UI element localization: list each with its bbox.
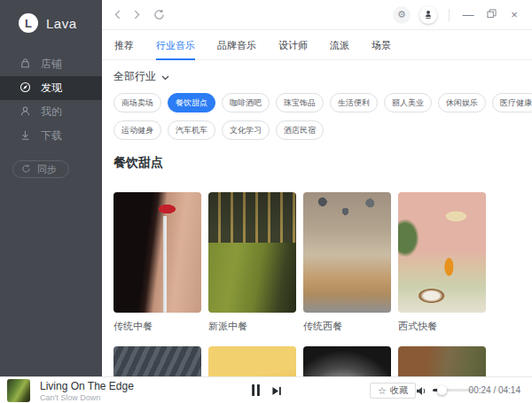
user-icon [20,105,31,120]
next-track-button[interactable] [271,385,282,399]
volume-slider[interactable] [433,389,473,391]
compass-icon [20,81,31,96]
card-image [208,192,296,313]
card-grid-row-1: 传统中餐 新派中餐 传统西餐 西式快餐 [113,192,532,333]
category-card-western-fastfood[interactable]: 西式快餐 [398,192,486,333]
track-title: Living On The Edge [40,380,134,392]
pause-icon [251,385,261,399]
sidebar: L Lava 店铺 发现 [0,0,102,376]
chip-beauty[interactable]: 丽人美业 [384,93,432,112]
card-label: 传统中餐 [113,320,201,333]
chip-auto[interactable]: 汽车机车 [168,120,215,140]
volume-button[interactable] [416,385,427,399]
close-button[interactable]: × [507,8,521,22]
chip-hotel[interactable]: 酒店民宿 [276,120,324,140]
refresh-button[interactable] [153,9,165,20]
settings-button[interactable]: ⚙ [393,6,411,24]
tab-recommend[interactable]: 推荐 [114,31,134,59]
card-label: 新派中餐 [208,320,296,333]
sidebar-item-label: 下载 [41,128,62,143]
chip-fitness[interactable]: 运动健身 [113,120,161,140]
main-content: 全部行业 商场卖场 餐饮甜点 咖啡酒吧 珠宝饰品 生活便利 丽人美业 休闲娱乐 … [102,61,532,403]
player-bar: Living On The Edge Can't Slow Down ☆ 收藏 … [0,376,532,403]
category-card-traditional-western[interactable]: 传统西餐 [303,192,391,333]
chip-leisure[interactable]: 休闲娱乐 [438,93,486,112]
nav-controls [102,9,165,20]
speaker-icon [416,385,427,399]
download-icon [20,129,31,143]
account-button[interactable] [419,6,437,24]
tab-designer[interactable]: 设计师 [278,31,308,59]
sidebar-item-discover[interactable]: 发现 [0,76,102,100]
pause-button[interactable] [251,384,261,399]
sidebar-item-label: 店铺 [41,57,62,72]
chip-dining-dessert[interactable]: 餐饮甜点 [168,93,215,112]
card-label: 传统西餐 [303,320,391,333]
category-card-new-chinese[interactable]: 新派中餐 [208,192,296,333]
tab-genre[interactable]: 流派 [330,31,349,59]
sidebar-item-label: 同步 [37,163,57,176]
app-window: L Lava 店铺 发现 [0,0,532,403]
restore-icon [487,8,497,21]
chip-jewelry[interactable]: 珠宝饰品 [276,93,324,112]
card-image [398,192,486,313]
industry-dropdown[interactable]: 全部行业 [113,69,169,84]
filter-chips-row-1: 商场卖场 餐饮甜点 咖啡酒吧 珠宝饰品 生活便利 丽人美业 休闲娱乐 医疗健康 [113,93,532,112]
card-image [303,192,391,313]
section-title: 餐饮甜点 [113,155,532,171]
window-controls: ⚙ — × [393,6,532,24]
forward-button[interactable] [134,10,140,19]
sidebar-item-label: 我的 [41,105,62,120]
chip-coffee-bar[interactable]: 咖啡酒吧 [222,93,270,112]
skip-next-icon [271,385,282,399]
volume-knob[interactable] [437,385,447,395]
category-tabs: 推荐 行业音乐 品牌音乐 设计师 流派 场景 [102,31,532,60]
logo-text: Lava [46,16,77,31]
minimize-icon: — [463,8,474,21]
shop-bag-icon [20,58,31,72]
card-image [113,192,201,313]
titlebar-divider [449,9,450,21]
back-button[interactable] [114,10,121,19]
minimize-button[interactable]: — [461,8,475,22]
sidebar-menu: 店铺 发现 我的 [0,52,102,178]
chip-culture[interactable]: 文化学习 [222,120,270,140]
maximize-button[interactable] [484,8,498,22]
sidebar-item-label: 发现 [41,81,62,96]
logo-icon: L [19,13,38,33]
time-display: 00:24 / 04:14 [469,385,520,395]
favorite-button[interactable]: ☆ 收藏 [370,383,416,399]
category-card-traditional-chinese[interactable]: 传统中餐 [113,192,201,333]
dropdown-label: 全部行业 [113,69,156,84]
track-subtitle: Can't Slow Down [40,393,100,402]
sync-icon [21,164,31,175]
album-art [7,379,30,402]
avatar-icon [423,9,434,21]
sidebar-item-mine[interactable]: 我的 [0,100,102,124]
titlebar: ⚙ — × [102,0,532,30]
tab-industry-music[interactable]: 行业音乐 [156,31,195,59]
star-icon: ☆ [378,385,387,397]
card-label: 西式快餐 [398,320,486,333]
tab-brand-music[interactable]: 品牌音乐 [217,31,256,59]
tab-scene[interactable]: 场景 [372,31,391,59]
sidebar-item-sync[interactable]: 同步 [12,160,69,178]
sidebar-item-download[interactable]: 下载 [0,124,102,148]
gear-icon: ⚙ [397,9,406,20]
chip-convenience[interactable]: 生活便利 [330,93,378,112]
chip-mall[interactable]: 商场卖场 [113,93,161,112]
close-icon: × [511,8,518,21]
app-logo: L Lava [0,0,102,33]
chevron-down-icon [161,71,169,83]
favorite-label: 收藏 [390,384,408,397]
sidebar-item-shop[interactable]: 店铺 [0,52,102,76]
filter-chips-row-2: 运动健身 汽车机车 文化学习 酒店民宿 [113,120,532,140]
chip-medical[interactable]: 医疗健康 [492,93,532,112]
